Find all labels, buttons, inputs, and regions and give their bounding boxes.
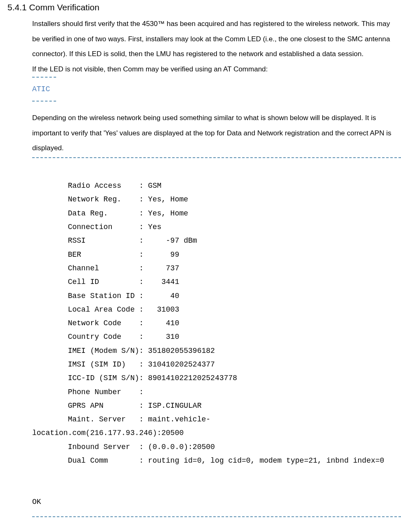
code-block-output: Radio Access : GSM Network Reg. : Yes, H… xyxy=(32,157,401,517)
paragraph-1: Installers should first verify that the … xyxy=(32,17,396,62)
paragraph-2: If the LED is not visible, then Comm may… xyxy=(32,62,396,77)
spacer xyxy=(0,102,401,111)
section-heading: 5.4.1 Comm Verification xyxy=(7,2,401,12)
paragraph-3: Depending on the wireless network being … xyxy=(32,111,396,156)
code-block-atic: ATIC xyxy=(32,77,56,102)
